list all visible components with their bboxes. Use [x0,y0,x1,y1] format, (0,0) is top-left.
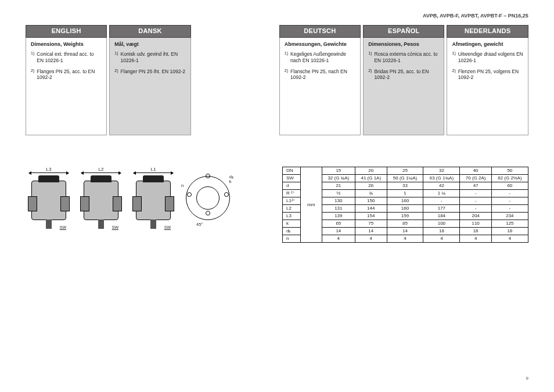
data-cell: 18 [491,228,528,235]
flange-angle-label: 45° [196,222,203,227]
data-cell: ¾ [355,190,387,197]
bolt-hole [206,211,210,215]
footnote-marker: 1) [114,51,118,63]
row-label: L3 [283,213,301,220]
row-label: L2 [283,205,301,213]
data-cell: 32 [423,167,460,175]
footnote-marker: 2) [452,69,455,81]
document-header: AVPB, AVPB-F, AVPBT, AVPBT-F – PN16,25 [26,13,528,19]
lang-body: Dimensiones, Pesos1)Rosca externa cónica… [363,38,444,135]
data-cell: 20 [355,167,387,175]
data-cell: 1 [387,190,423,197]
data-cell: 4 [423,235,460,243]
valve-view: L1SW [130,167,177,231]
lang-card-nederlands: NEDERLANDSAfmetingen, gewicht1)Uitwendig… [447,25,528,135]
data-cell: 160 [387,197,423,205]
dim-line [134,172,173,173]
footnote-text: Bridas PN 25, acc. to EN 1092-2 [374,69,439,81]
footnote-text: Konisk udv. gevind iht. EN 10226-1 [121,51,186,63]
lang-subtitle: Abmessungen, Gewichte [285,41,355,48]
data-cell: 26 [355,182,387,190]
data-cell: 14 [322,228,355,235]
lang-card-deutsch: DEUTSCHAbmessungen, Gewichte1)Kegeliges … [279,25,361,135]
data-cell: 204 [460,213,492,220]
data-cell: 47 [460,182,492,190]
data-cell: - [460,205,492,213]
footnote-text: Conical ext. thread acc. to EN 10226-1 [37,51,102,63]
lang-title: NEDERLANDS [447,25,528,38]
data-cell: 25 [387,167,423,175]
data-cell: 15 [322,167,355,175]
data-cell: 33 [387,182,423,190]
valve-body [31,181,66,220]
valve-port [113,196,122,211]
valve-port [28,196,37,211]
footnote-marker: 1) [285,51,288,63]
lang-body: Afmetingen, gewicht1)Uitwendige draad vo… [447,38,528,135]
data-cell: 139 [322,213,355,220]
language-cards-row: ENGLISHDimensions, Weights1)Conical ext.… [26,25,528,135]
row-label: k [283,220,301,228]
data-cell: 65 [322,220,355,228]
data-cell: - [460,197,492,205]
footnote-marker: 1) [452,51,455,63]
data-cell: 4 [322,235,355,243]
data-cell: 85 [387,220,423,228]
footnote-marker: 1) [368,51,372,63]
dimensions-table: DNmm152025324050SW32 (G ¾A)41 (G 1A)50 (… [282,167,528,243]
footnote-text: Rosca externa cónica acc. to EN 10226-1 [374,51,439,63]
data-cell: 50 [491,167,528,175]
data-cell: 4 [491,235,528,243]
data-cell: 144 [355,205,387,213]
data-cell: 75 [355,220,387,228]
sw-label: SW [112,225,118,231]
lang-subtitle: Dimensions, Weights [31,41,102,48]
data-cell: 82 (G 2½A) [491,175,528,182]
footnote: 2)Flenzen PN 25, volgens EN 1092-2 [452,69,523,81]
data-cell: 4 [460,235,492,243]
data-cell: 100 [423,220,460,228]
data-cell: - [460,190,492,197]
unit-cell: mm [300,167,322,243]
data-cell: 21 [322,182,355,190]
valve-body [84,181,118,220]
footnote-marker: 1) [31,51,34,63]
data-cell: 4 [387,235,423,243]
data-cell: ½ [322,190,355,197]
footnote-text: Flanger PN 25 iht. EN 1092-2 [121,69,186,75]
footnote-text: Uitwendige draad volgens EN 10226-1 [458,51,523,63]
flange-n-label: n [181,183,184,188]
dim-label: L1 [151,167,156,172]
lang-title: ESPAÑOL [363,25,444,38]
footnote-marker: 2) [114,69,118,75]
footnote: 2)Flanger PN 25 iht. EN 1092-2 [114,69,185,75]
data-cell: - [491,197,528,205]
lang-body: Dimensions, Weights1)Conical ext. thread… [26,38,107,135]
sw-label: SW [164,225,171,231]
dimensions-table-wrap: DNmm152025324050SW32 (G ¾A)41 (G 1A)50 (… [282,167,528,243]
valve-view: L2SW [78,167,124,231]
data-cell: 32 (G ¾A) [322,175,355,182]
lang-body: Abmessungen, Gewichte1)Kegeliges Außenge… [279,38,361,135]
data-cell: 1 ¼ [423,190,460,197]
data-cell: 184 [423,213,460,220]
valve-body [136,181,171,220]
page-number: 9 [526,376,528,382]
data-cell: 14 [355,228,387,235]
data-cell: 18 [423,228,460,235]
row-label: R ¹⁾ [283,190,301,197]
footnote: 1)Kegeliges Außengewinde nach EN 10226-1 [285,51,355,63]
data-cell: 50 (G 1¼A) [387,175,423,182]
row-label: n [283,235,301,243]
dim-label: L3 [46,167,52,172]
row-label: d [283,182,301,190]
data-cell: 234 [491,213,528,220]
data-cell: - [491,190,528,197]
data-cell: 110 [460,220,492,228]
valve-port [60,196,70,211]
data-cell: 159 [387,213,423,220]
data-cell: 131 [322,205,355,213]
data-cell: 70 (G 2A) [460,175,492,182]
data-cell: 18 [460,228,492,235]
data-cell: 41 (G 1A) [355,175,387,182]
